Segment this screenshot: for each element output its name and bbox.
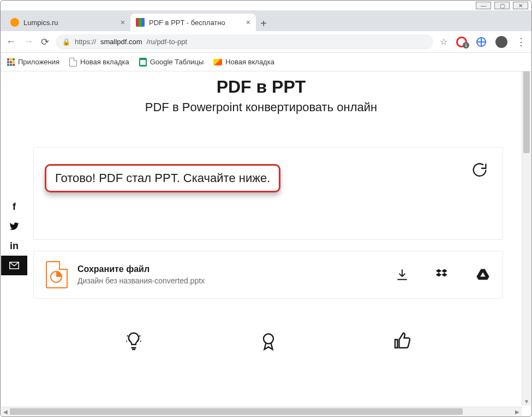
email-share-button[interactable]	[1, 256, 27, 275]
vertical-scrollbar[interactable]: ▲ ▼	[522, 71, 531, 406]
status-card: Готово! PDF стал PPT. Скачайте ниже.	[33, 147, 503, 240]
globe-extension-icon[interactable]	[476, 37, 487, 47]
horizontal-scrollbar[interactable]: ◀ ▶	[1, 407, 522, 416]
dropbox-button[interactable]	[435, 267, 450, 282]
facebook-share-button[interactable]: f	[1, 197, 27, 216]
bookmark-item[interactable]: Новая вкладка	[213, 58, 274, 66]
download-button[interactable]	[394, 267, 410, 282]
browser-tab-smallpdf[interactable]: PDF в PPT - бесплатно ×	[130, 14, 256, 31]
page-subtitle: PDF в Powerpoint конвертировать онлайн	[1, 100, 522, 114]
profile-avatar[interactable]	[495, 36, 507, 48]
apps-grid-icon	[7, 58, 15, 66]
browser-tab-lumpics[interactable]: Lumpics.ru ×	[5, 14, 130, 31]
page-title: PDF в PPT	[1, 77, 522, 97]
window-controls: — ▢ ✕	[1, 1, 531, 10]
forward-button[interactable]: →	[23, 36, 33, 47]
twitter-icon	[9, 221, 19, 231]
google-drive-icon	[475, 267, 491, 282]
scroll-down-arrow[interactable]: ▼	[522, 397, 531, 406]
url-scheme: https://	[75, 38, 96, 46]
address-bar: ← → ⟳ 🔒 https://smallpdf.com/ru/pdf-to-p…	[1, 31, 531, 53]
bookmark-label: Google Таблицы	[150, 58, 204, 66]
opera-extension-icon[interactable]	[456, 37, 467, 47]
scroll-right-arrow[interactable]: ▶	[513, 407, 522, 416]
dropbox-icon	[435, 267, 450, 282]
close-window-button[interactable]: ✕	[513, 2, 528, 9]
download-icon	[395, 268, 409, 282]
browser-tabbar: Lumpics.ru × PDF в PPT - бесплатно × +	[1, 10, 531, 31]
pptx-file-icon	[46, 261, 68, 288]
mail-icon	[9, 262, 19, 269]
url-path: /ru/pdf-to-ppt	[147, 38, 187, 46]
back-button[interactable]: ←	[6, 36, 16, 47]
social-sidebar: f in	[1, 197, 27, 275]
feature-icons-row	[33, 331, 503, 353]
lightbulb-icon	[124, 331, 144, 353]
bookmark-label: Новая вкладка	[80, 58, 129, 66]
twitter-share-button[interactable]	[1, 216, 27, 236]
page-icon	[69, 58, 77, 67]
bookmark-label: Новая вкладка	[225, 58, 274, 66]
restart-icon	[470, 161, 489, 180]
bookmark-star-icon[interactable]: ☆	[440, 37, 447, 47]
lock-icon: 🔒	[62, 38, 70, 46]
restart-button[interactable]	[469, 160, 491, 182]
file-card: Сохраните файл Дизайн без названия-conve…	[33, 251, 503, 299]
url-host: smallpdf.com	[100, 38, 142, 46]
new-tab-button[interactable]: +	[256, 16, 271, 31]
svg-point-0	[264, 334, 273, 344]
close-tab-icon[interactable]: ×	[246, 18, 250, 27]
minimize-button[interactable]: —	[476, 2, 491, 9]
bookmark-label: Приложения	[18, 58, 59, 66]
thumbs-up-icon	[393, 331, 413, 353]
close-tab-icon[interactable]: ×	[121, 18, 125, 27]
file-section-title: Сохраните файл	[77, 264, 385, 274]
google-drive-button[interactable]	[475, 267, 491, 282]
file-name: Дизайн без названия-converted.pptx	[77, 276, 385, 285]
favicon-icon	[136, 18, 145, 27]
scroll-thumb[interactable]	[523, 71, 530, 153]
reload-button[interactable]: ⟳	[41, 36, 49, 48]
apps-shortcut[interactable]: Приложения	[7, 58, 59, 66]
url-input[interactable]: 🔒 https://smallpdf.com/ru/pdf-to-ppt	[56, 34, 433, 50]
scroll-thumb[interactable]	[10, 408, 463, 415]
bookmark-item[interactable]: Новая вкладка	[69, 58, 129, 67]
tab-title: Lumpics.ru	[23, 19, 58, 27]
linkedin-share-button[interactable]: in	[1, 236, 27, 256]
scroll-left-arrow[interactable]: ◀	[1, 407, 10, 416]
page-content: PDF в PPT PDF в Powerpoint конвертироват…	[1, 71, 522, 406]
favicon-icon	[10, 18, 19, 27]
tab-title: PDF в PPT - бесплатно	[149, 19, 225, 27]
browser-menu-button[interactable]: ⋮	[516, 36, 526, 48]
badge-icon	[259, 331, 278, 353]
maximize-button[interactable]: ▢	[494, 2, 510, 9]
sheets-icon	[139, 58, 147, 67]
bookmarks-bar: Приложения Новая вкладка Google Таблицы …	[1, 53, 531, 71]
bookmark-item[interactable]: Google Таблицы	[139, 58, 204, 67]
status-message: Готово! PDF стал PPT. Скачайте ниже.	[45, 164, 280, 192]
image-icon	[213, 59, 222, 65]
